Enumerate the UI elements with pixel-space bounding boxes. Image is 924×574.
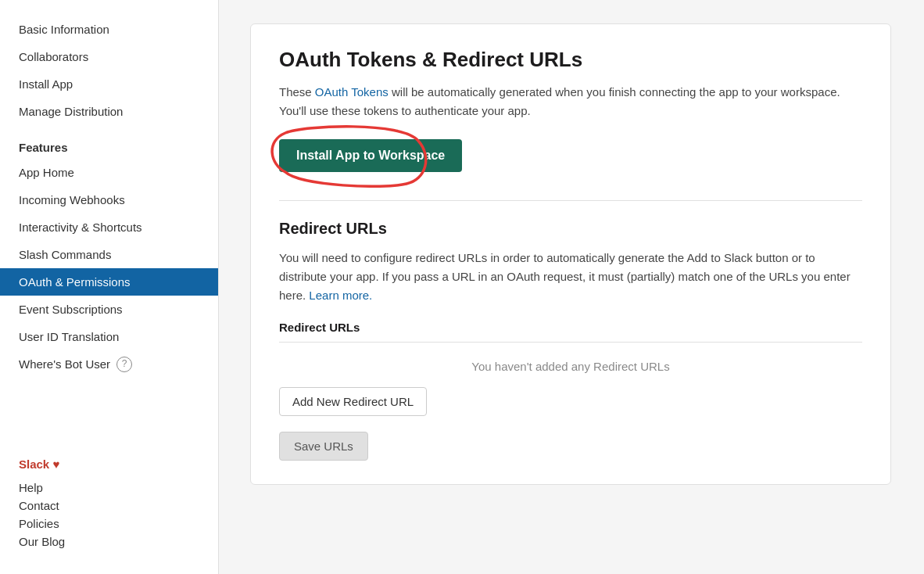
question-icon[interactable]: ?	[116, 357, 132, 372]
redirect-urls-label: Redirect URLs	[279, 321, 862, 343]
sidebar-top-section: Basic Information Collaborators Install …	[0, 16, 218, 125]
sidebar-item-incoming-webhooks[interactable]: Incoming Webhooks	[0, 186, 218, 213]
save-urls-button[interactable]: Save URLs	[279, 432, 368, 461]
features-header: Features	[0, 131, 218, 159]
main-content: OAuth Tokens & Redirect URLs These OAuth…	[219, 0, 924, 574]
redirect-description: You will need to configure redirect URLs…	[279, 249, 862, 305]
install-app-to-workspace-button[interactable]: Install App to Workspace	[279, 139, 462, 172]
footer-link-policies[interactable]: Policies	[19, 515, 199, 533]
save-urls-section: Save URLs	[279, 432, 862, 461]
sidebar-item-basic-information[interactable]: Basic Information	[0, 16, 218, 43]
oauth-description: These OAuth Tokens will be automatically…	[279, 83, 862, 120]
sidebar-item-oauth-permissions[interactable]: OAuth & Permissions	[0, 268, 218, 296]
slack-brand: Slack ♥	[19, 457, 199, 471]
footer-link-help[interactable]: Help	[19, 479, 199, 497]
sidebar: Basic Information Collaborators Install …	[0, 0, 219, 574]
empty-state-message: You haven't added any Redirect URLs	[279, 343, 862, 387]
page-title: OAuth Tokens & Redirect URLs	[279, 48, 862, 72]
oauth-tokens-link[interactable]: OAuth Tokens	[315, 85, 389, 99]
section-divider	[279, 200, 862, 201]
add-new-redirect-url-button[interactable]: Add New Redirect URL	[279, 387, 427, 416]
install-button-wrapper: Install App to Workspace	[279, 139, 462, 172]
footer-link-our-blog[interactable]: Our Blog	[19, 533, 199, 551]
sidebar-item-wheres-bot-user[interactable]: Where's Bot User ?	[0, 350, 218, 378]
sidebar-item-app-home[interactable]: App Home	[0, 159, 218, 186]
sidebar-item-manage-distribution[interactable]: Manage Distribution	[0, 98, 218, 125]
add-redirect-url-section: Add New Redirect URL	[279, 387, 862, 432]
footer-link-contact[interactable]: Contact	[19, 497, 199, 515]
sidebar-item-collaborators[interactable]: Collaborators	[0, 43, 218, 70]
heart-icon: ♥	[52, 457, 59, 471]
sidebar-item-install-app[interactable]: Install App	[0, 70, 218, 98]
sidebar-item-event-subscriptions[interactable]: Event Subscriptions	[0, 296, 218, 323]
redirect-section-title: Redirect URLs	[279, 220, 862, 238]
description-prefix: These	[279, 85, 315, 99]
content-card: OAuth Tokens & Redirect URLs These OAuth…	[250, 23, 891, 485]
sidebar-item-user-id-translation[interactable]: User ID Translation	[0, 323, 218, 350]
sidebar-item-interactivity-shortcuts[interactable]: Interactivity & Shortcuts	[0, 213, 218, 241]
sidebar-footer: Slack ♥ Help Contact Policies Our Blog	[0, 442, 218, 558]
sidebar-item-slash-commands[interactable]: Slash Commands	[0, 241, 218, 268]
sidebar-features-section: Features App Home Incoming Webhooks Inte…	[0, 131, 218, 378]
wheres-bot-label: Where's Bot User	[19, 356, 110, 372]
learn-more-link[interactable]: Learn more.	[309, 289, 372, 302]
